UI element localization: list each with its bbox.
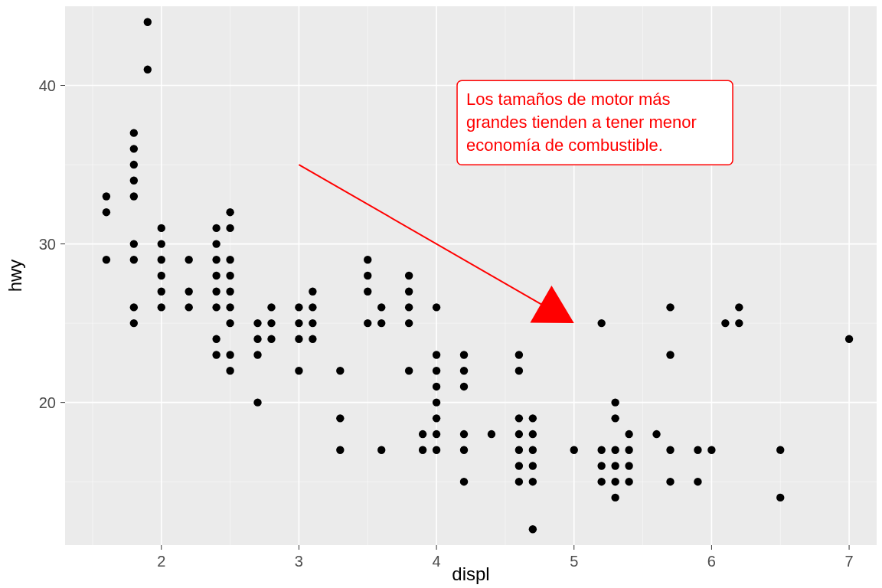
data-point	[226, 288, 234, 296]
data-point	[130, 319, 138, 327]
data-point	[226, 351, 234, 358]
data-point	[130, 256, 138, 263]
data-point	[130, 303, 138, 311]
data-point	[666, 303, 674, 311]
data-point	[433, 398, 440, 406]
data-point	[158, 240, 165, 247]
data-point	[460, 383, 468, 390]
data-point	[433, 303, 440, 311]
data-point	[845, 335, 853, 343]
x-tick-label: 6	[707, 553, 716, 570]
data-point	[433, 430, 440, 438]
x-axis-title: displ	[452, 564, 489, 584]
data-point	[212, 303, 220, 311]
data-point	[625, 478, 632, 485]
data-point	[130, 192, 138, 200]
data-point	[212, 351, 220, 358]
x-tick-label: 4	[433, 553, 441, 570]
data-point	[529, 414, 537, 422]
y-tick-label: 20	[39, 394, 56, 411]
data-point	[130, 145, 138, 152]
data-point	[515, 446, 523, 454]
data-point	[405, 303, 413, 311]
data-point	[253, 398, 261, 406]
data-point	[226, 303, 234, 311]
data-point	[652, 430, 660, 438]
data-point	[103, 256, 110, 263]
data-point	[295, 319, 302, 327]
data-point	[130, 177, 138, 185]
annotation-text-line: economía de combustible.	[466, 136, 663, 155]
data-point	[460, 478, 468, 485]
data-point	[309, 303, 316, 311]
y-axis-title: hwy	[5, 260, 25, 292]
data-point	[336, 414, 344, 422]
data-point	[721, 319, 729, 327]
data-point	[267, 335, 275, 343]
data-point	[364, 319, 371, 327]
data-point	[529, 478, 537, 485]
x-tick-label: 5	[570, 553, 578, 570]
data-point	[694, 446, 701, 454]
x-tick-label: 3	[295, 553, 303, 570]
data-point	[212, 256, 220, 263]
data-point	[433, 367, 440, 374]
data-point	[295, 303, 302, 311]
data-point	[611, 414, 619, 422]
data-point	[377, 446, 385, 454]
data-point	[226, 367, 234, 374]
data-point	[405, 272, 413, 279]
data-point	[158, 256, 165, 263]
data-point	[212, 272, 220, 279]
data-point	[515, 462, 523, 469]
data-point	[309, 319, 316, 327]
data-point	[529, 525, 537, 533]
data-point	[625, 446, 632, 454]
data-point	[597, 446, 605, 454]
data-point	[309, 335, 316, 343]
data-point	[130, 161, 138, 168]
data-point	[433, 446, 440, 454]
data-point	[488, 430, 495, 438]
data-point	[694, 478, 701, 485]
annotation-text-line: Los tamaños de motor más	[466, 90, 671, 109]
data-point	[226, 208, 234, 216]
annotation-text-line: grandes tienden a tener menor	[466, 113, 697, 132]
data-point	[460, 430, 468, 438]
data-point	[253, 335, 261, 343]
data-point	[103, 208, 110, 216]
data-point	[597, 478, 605, 485]
data-point	[158, 224, 165, 232]
data-point	[364, 272, 371, 279]
x-tick-label: 2	[157, 553, 165, 570]
x-tick-label: 7	[845, 553, 854, 570]
data-point	[611, 494, 619, 501]
data-point	[253, 351, 261, 358]
data-point	[212, 288, 220, 296]
data-point	[460, 367, 468, 374]
data-point	[130, 240, 138, 247]
data-point	[336, 367, 344, 374]
data-point	[103, 192, 110, 200]
data-point	[625, 462, 632, 469]
data-point	[336, 446, 344, 454]
data-point	[226, 272, 234, 279]
data-point	[405, 367, 413, 374]
data-point	[419, 430, 426, 438]
data-point	[611, 398, 619, 406]
data-point	[226, 319, 234, 327]
data-point	[433, 383, 440, 390]
data-point	[295, 367, 302, 374]
chart-svg: Los tamaños de motor másgrandes tienden …	[0, 0, 882, 588]
data-point	[597, 462, 605, 469]
data-point	[433, 351, 440, 358]
data-point	[419, 446, 426, 454]
data-point	[515, 478, 523, 485]
data-point	[735, 319, 743, 327]
data-point	[185, 303, 192, 311]
data-point	[267, 303, 275, 311]
data-point	[144, 66, 152, 74]
data-point	[185, 256, 192, 263]
data-point	[515, 414, 523, 422]
data-point	[226, 224, 234, 232]
